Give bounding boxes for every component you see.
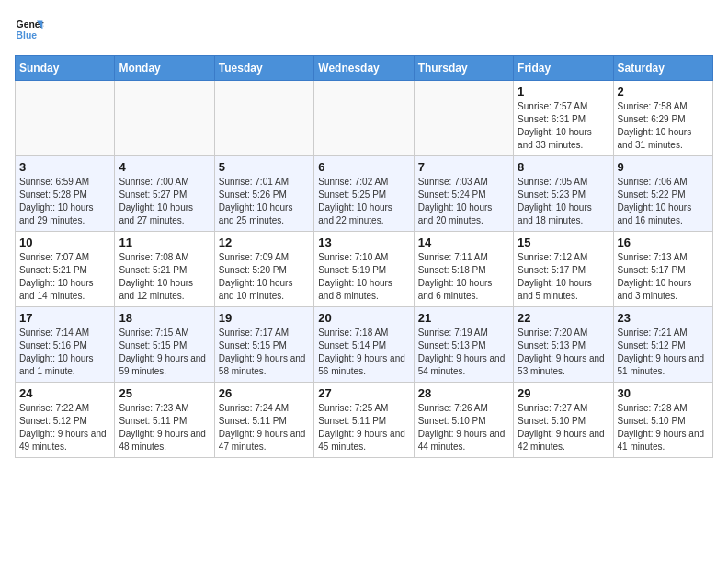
calendar-cell: 18Sunrise: 7:15 AM Sunset: 5:15 PM Dayli… [115, 307, 214, 383]
day-info: Sunrise: 7:58 AM Sunset: 6:29 PM Dayligh… [618, 100, 709, 152]
day-info: Sunrise: 7:01 AM Sunset: 5:26 PM Dayligh… [219, 176, 310, 227]
weekday-header: Sunday [16, 56, 115, 81]
day-number: 30 [618, 386, 709, 400]
day-number: 9 [618, 160, 709, 174]
calendar-cell: 16Sunrise: 7:13 AM Sunset: 5:17 PM Dayli… [613, 232, 712, 307]
calendar-cell: 25Sunrise: 7:23 AM Sunset: 5:11 PM Dayli… [115, 383, 214, 458]
day-number: 1 [518, 85, 609, 98]
day-number: 5 [219, 160, 310, 174]
day-info: Sunrise: 7:24 AM Sunset: 5:11 PM Dayligh… [219, 402, 310, 454]
calendar-week-row: 3Sunrise: 6:59 AM Sunset: 5:28 PM Daylig… [16, 156, 713, 232]
calendar-cell [314, 81, 414, 156]
calendar-cell: 5Sunrise: 7:01 AM Sunset: 5:26 PM Daylig… [214, 156, 313, 232]
day-number: 20 [318, 311, 409, 325]
day-number: 11 [119, 236, 210, 249]
calendar-cell: 6Sunrise: 7:02 AM Sunset: 5:25 PM Daylig… [314, 156, 414, 232]
calendar-cell: 29Sunrise: 7:27 AM Sunset: 5:10 PM Dayli… [514, 383, 613, 458]
day-info: Sunrise: 7:20 AM Sunset: 5:13 PM Dayligh… [518, 327, 609, 378]
calendar-cell: 26Sunrise: 7:24 AM Sunset: 5:11 PM Dayli… [214, 383, 313, 458]
calendar-week-row: 1Sunrise: 7:57 AM Sunset: 6:31 PM Daylig… [16, 81, 713, 156]
day-info: Sunrise: 7:19 AM Sunset: 5:13 PM Dayligh… [418, 327, 509, 378]
day-number: 10 [19, 236, 110, 249]
calendar-cell: 27Sunrise: 7:25 AM Sunset: 5:11 PM Dayli… [314, 383, 414, 458]
calendar-week-row: 17Sunrise: 7:14 AM Sunset: 5:16 PM Dayli… [16, 307, 713, 383]
calendar-cell: 2Sunrise: 7:58 AM Sunset: 6:29 PM Daylig… [613, 81, 712, 156]
day-info: Sunrise: 7:03 AM Sunset: 5:24 PM Dayligh… [418, 176, 509, 227]
calendar-cell [115, 81, 214, 156]
calendar-cell: 11Sunrise: 7:08 AM Sunset: 5:21 PM Dayli… [115, 232, 214, 307]
day-number: 2 [618, 85, 709, 98]
calendar-cell: 19Sunrise: 7:17 AM Sunset: 5:15 PM Dayli… [214, 307, 313, 383]
day-number: 14 [418, 236, 509, 249]
calendar-cell: 7Sunrise: 7:03 AM Sunset: 5:24 PM Daylig… [414, 156, 513, 232]
weekday-header: Friday [514, 56, 613, 81]
calendar-cell: 13Sunrise: 7:10 AM Sunset: 5:19 PM Dayli… [314, 232, 414, 307]
day-number: 29 [518, 386, 609, 400]
logo: General Blue [15, 15, 44, 44]
day-info: Sunrise: 7:14 AM Sunset: 5:16 PM Dayligh… [19, 327, 110, 378]
logo-icon: General Blue [15, 15, 44, 44]
weekday-header: Thursday [414, 56, 513, 81]
day-info: Sunrise: 7:26 AM Sunset: 5:10 PM Dayligh… [418, 402, 509, 454]
day-number: 6 [318, 160, 409, 174]
day-number: 19 [219, 311, 310, 325]
weekday-header: Wednesday [314, 56, 414, 81]
day-info: Sunrise: 7:10 AM Sunset: 5:19 PM Dayligh… [318, 251, 409, 303]
calendar-cell: 4Sunrise: 7:00 AM Sunset: 5:27 PM Daylig… [115, 156, 214, 232]
day-info: Sunrise: 7:27 AM Sunset: 5:10 PM Dayligh… [518, 402, 609, 454]
calendar-cell: 21Sunrise: 7:19 AM Sunset: 5:13 PM Dayli… [414, 307, 513, 383]
calendar-cell: 23Sunrise: 7:21 AM Sunset: 5:12 PM Dayli… [613, 307, 712, 383]
calendar-cell: 22Sunrise: 7:20 AM Sunset: 5:13 PM Dayli… [514, 307, 613, 383]
day-number: 25 [119, 386, 210, 400]
day-number: 23 [618, 311, 709, 325]
day-info: Sunrise: 7:11 AM Sunset: 5:18 PM Dayligh… [418, 251, 509, 303]
day-info: Sunrise: 7:06 AM Sunset: 5:22 PM Dayligh… [618, 176, 709, 227]
day-info: Sunrise: 7:28 AM Sunset: 5:10 PM Dayligh… [618, 402, 709, 454]
day-info: Sunrise: 7:57 AM Sunset: 6:31 PM Dayligh… [518, 100, 609, 152]
day-number: 22 [518, 311, 609, 325]
day-number: 3 [19, 160, 110, 174]
calendar-cell: 15Sunrise: 7:12 AM Sunset: 5:17 PM Dayli… [514, 232, 613, 307]
calendar-cell: 3Sunrise: 6:59 AM Sunset: 5:28 PM Daylig… [16, 156, 115, 232]
day-info: Sunrise: 7:00 AM Sunset: 5:27 PM Dayligh… [119, 176, 210, 227]
day-info: Sunrise: 7:22 AM Sunset: 5:12 PM Dayligh… [19, 402, 110, 454]
calendar-cell [16, 81, 115, 156]
day-number: 18 [119, 311, 210, 325]
calendar-cell: 20Sunrise: 7:18 AM Sunset: 5:14 PM Dayli… [314, 307, 414, 383]
calendar-cell: 8Sunrise: 7:05 AM Sunset: 5:23 PM Daylig… [514, 156, 613, 232]
day-number: 8 [518, 160, 609, 174]
weekday-header: Monday [115, 56, 214, 81]
day-number: 27 [318, 386, 409, 400]
day-info: Sunrise: 7:07 AM Sunset: 5:21 PM Dayligh… [19, 251, 110, 303]
weekday-header: Saturday [613, 56, 712, 81]
weekday-header-row: SundayMondayTuesdayWednesdayThursdayFrid… [16, 56, 713, 81]
day-number: 7 [418, 160, 509, 174]
day-info: Sunrise: 7:08 AM Sunset: 5:21 PM Dayligh… [119, 251, 210, 303]
page-header: General Blue [15, 15, 713, 44]
day-info: Sunrise: 7:23 AM Sunset: 5:11 PM Dayligh… [119, 402, 210, 454]
day-number: 15 [518, 236, 609, 249]
calendar-cell: 28Sunrise: 7:26 AM Sunset: 5:10 PM Dayli… [414, 383, 513, 458]
day-number: 28 [418, 386, 509, 400]
day-number: 13 [318, 236, 409, 249]
day-number: 16 [618, 236, 709, 249]
day-info: Sunrise: 7:05 AM Sunset: 5:23 PM Dayligh… [518, 176, 609, 227]
day-info: Sunrise: 7:12 AM Sunset: 5:17 PM Dayligh… [518, 251, 609, 303]
day-info: Sunrise: 7:15 AM Sunset: 5:15 PM Dayligh… [119, 327, 210, 378]
calendar-cell [414, 81, 513, 156]
day-number: 26 [219, 386, 310, 400]
day-info: Sunrise: 7:09 AM Sunset: 5:20 PM Dayligh… [219, 251, 310, 303]
day-info: Sunrise: 7:02 AM Sunset: 5:25 PM Dayligh… [318, 176, 409, 227]
calendar-cell: 9Sunrise: 7:06 AM Sunset: 5:22 PM Daylig… [613, 156, 712, 232]
day-number: 12 [219, 236, 310, 249]
calendar-cell: 30Sunrise: 7:28 AM Sunset: 5:10 PM Dayli… [613, 383, 712, 458]
calendar-table: SundayMondayTuesdayWednesdayThursdayFrid… [15, 55, 713, 458]
day-info: Sunrise: 7:18 AM Sunset: 5:14 PM Dayligh… [318, 327, 409, 378]
day-number: 17 [19, 311, 110, 325]
svg-text:Blue: Blue [17, 30, 38, 40]
calendar-cell: 10Sunrise: 7:07 AM Sunset: 5:21 PM Dayli… [16, 232, 115, 307]
day-number: 21 [418, 311, 509, 325]
calendar-cell: 24Sunrise: 7:22 AM Sunset: 5:12 PM Dayli… [16, 383, 115, 458]
calendar-cell: 17Sunrise: 7:14 AM Sunset: 5:16 PM Dayli… [16, 307, 115, 383]
day-number: 4 [119, 160, 210, 174]
